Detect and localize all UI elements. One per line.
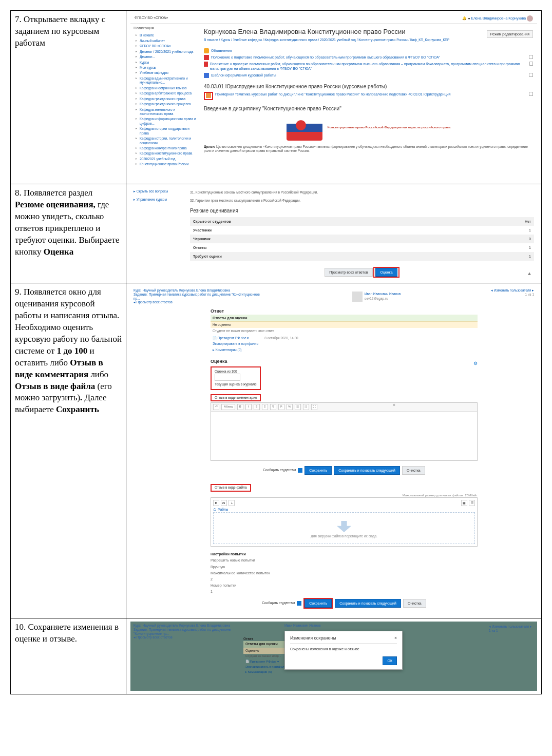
comments-toggle[interactable]: ▸ Комментарии (0) xyxy=(211,346,478,354)
nav-item[interactable]: В начале xyxy=(136,33,197,38)
breadcrumb[interactable]: В начале / Курсы / Учебные кафедры / Каф… xyxy=(204,37,533,42)
view-grid-icon[interactable]: ▦ xyxy=(461,500,467,506)
nav-item[interactable]: ФГБОУ ВО «СГЮА» xyxy=(136,44,197,49)
attempt-value: 2 xyxy=(211,577,478,581)
toolbar-button[interactable]: % xyxy=(287,404,293,410)
nav-item[interactable]: Кафедра гражданского права xyxy=(136,96,197,102)
download-icon[interactable]: ⤓ xyxy=(229,500,235,506)
dropzone[interactable]: Для загрузки файлов перетащите их сюда. xyxy=(213,512,475,544)
nav-item[interactable]: Учебные кафедры xyxy=(136,70,197,75)
save-next-button[interactable]: Сохранить и показать следующий xyxy=(334,466,400,475)
reset-button[interactable]: Очистка xyxy=(403,599,426,608)
save-button[interactable]: Сохранить xyxy=(304,466,332,475)
toolbar-button[interactable]: ≡ xyxy=(262,404,268,410)
answer-status-bar: Ответы для оценки xyxy=(211,315,478,321)
ok-button[interactable]: ОК xyxy=(383,656,397,665)
toolbar-button[interactable]: ≡ xyxy=(254,404,260,410)
folder-icon[interactable]: 🗀 xyxy=(221,500,227,506)
nav-item[interactable]: Мои курсы xyxy=(136,65,197,70)
nav-item[interactable]: Кафедра земельного и экологического прав… xyxy=(136,107,197,117)
nav-item[interactable]: Кафедра арбитражного процесса xyxy=(136,91,197,96)
edit-mode-button[interactable]: Режим редактирования xyxy=(487,30,533,38)
toolbar-button[interactable]: ☷ xyxy=(303,404,309,410)
grade-heading: Оценка xyxy=(211,359,478,365)
sidebar-link[interactable]: ▸ Скрыть все вопросы xyxy=(134,189,168,193)
gear-icon[interactable]: ⚙ xyxy=(473,361,478,367)
close-icon[interactable]: × xyxy=(394,635,397,641)
topbar-user[interactable]: 🔔 ● Елена Владимировна Корнукова xyxy=(462,15,533,22)
close-icon[interactable]: × xyxy=(393,402,395,409)
toolbar-button[interactable]: Абзац xyxy=(221,404,235,410)
view-list-icon[interactable]: ☰ xyxy=(469,500,475,506)
summary-table: Скрыто от студентовНетУчастники1Черновик… xyxy=(190,217,534,261)
submitted-file[interactable]: 📄 Президент РФ.doc ▾ xyxy=(213,336,249,340)
nav-item[interactable]: Личный кабинет xyxy=(136,38,197,44)
export-link[interactable]: Экспортировать в портфолио xyxy=(211,342,478,346)
checkbox[interactable] xyxy=(529,73,533,77)
modal-body: Сохранены изменения в оценке и отзыве xyxy=(290,647,397,651)
resource-link[interactable]: Шаблон оформления курсовой работы xyxy=(211,73,276,77)
nav-item[interactable]: 2020/2021 учебный год xyxy=(136,157,197,162)
assignment-link[interactable]: Примерная тематика курсовых работ по дис… xyxy=(215,92,450,96)
toolbar-button[interactable]: I xyxy=(245,404,252,410)
scroll-up-icon[interactable]: ▲ xyxy=(527,270,532,277)
org-name: ФГБОУ ВО «СГЮА» xyxy=(135,15,168,22)
file-picker[interactable]: 🗎 🗀 ⤓ ▦ ☰ 🗀 Файлы Для загрузки файлов пе… xyxy=(211,497,478,547)
toolbar-button[interactable]: ⎘ xyxy=(278,404,284,410)
nav-item[interactable]: Деканат... xyxy=(136,54,197,60)
summary-row: Скрыто от студентовНет xyxy=(190,217,534,226)
screenshot-step9: Курс: Научный руководитель Корнукова Еле… xyxy=(130,286,537,615)
file-max: Максимальный размер для новых файлов: 20… xyxy=(211,494,478,498)
nav-item[interactable]: Кафедра гражданского процесса xyxy=(136,102,197,107)
reset-button[interactable]: Очистка xyxy=(402,466,425,475)
nav-item[interactable]: Курсы xyxy=(136,60,197,65)
step8-instruction: 8. Появляется раздел Резюме оценивания, … xyxy=(11,184,126,283)
save-next-button[interactable]: Сохранить и показать следующий xyxy=(335,599,401,608)
toolbar-button[interactable]: ↶ xyxy=(213,404,219,410)
highlight-box: Оценка xyxy=(373,267,399,278)
counter: 1 из 1 xyxy=(491,293,534,297)
section-heading: Введение в дисциплину "Конституционное п… xyxy=(204,105,533,112)
nav-item[interactable]: Кафедра истории государства и права xyxy=(136,126,197,136)
nav-item[interactable]: Кафедра истории, политологии и социологи… xyxy=(136,136,197,146)
screenshot-step8: ▸ Скрыть все вопросы ▸ Управление курсом… xyxy=(130,187,537,280)
resource-link[interactable]: Положение о проверке письменных работ, о… xyxy=(210,62,528,71)
sidebar-link[interactable]: ▸ Управление курсом xyxy=(134,198,168,202)
rich-text-editor[interactable]: ↶АбзацBI≡≡¶⎘%☰☷⛶ xyxy=(211,402,478,461)
nav-item[interactable]: Кафедра информационного права и цифров..… xyxy=(136,117,197,126)
change-user-link[interactable]: ◂ Изменить пользователя ▸ xyxy=(491,288,534,293)
view-all-button[interactable]: Просмотр всех ответов xyxy=(325,268,372,277)
toolbar-button[interactable]: ¶ xyxy=(270,404,276,410)
nav-item[interactable]: Конституционное право России xyxy=(136,162,197,167)
answer-note: Студент не может исправить этот ответ xyxy=(211,328,478,334)
nav-item[interactable]: Кафедра иностранных языков xyxy=(136,86,197,91)
forum-link[interactable]: Объявления xyxy=(211,48,232,53)
checkbox[interactable] xyxy=(529,55,533,59)
toolbar-button[interactable]: ☰ xyxy=(295,404,301,410)
topic-item: 32. Гарантии прав местного самоуправлени… xyxy=(190,199,534,203)
save-button[interactable]: Сохранить xyxy=(304,599,332,608)
grade-input[interactable] xyxy=(215,374,240,381)
checkbox[interactable] xyxy=(529,92,533,96)
context-header: Курс: Научный руководитель Корнукова Еле… xyxy=(134,288,262,304)
toolbar-button[interactable]: B xyxy=(237,404,243,410)
editor-textarea[interactable] xyxy=(211,412,477,460)
grade-button[interactable]: Оценка xyxy=(375,268,397,277)
resource-link[interactable]: Положение о подготовке письменных работ,… xyxy=(211,55,440,60)
notify-checkbox[interactable] xyxy=(298,468,302,473)
files-tab[interactable]: 🗀 Файлы xyxy=(213,508,475,512)
nav-item[interactable]: Кафедра конкурентного права xyxy=(136,146,197,151)
student-name[interactable]: Иван Иванович Иванов xyxy=(365,292,401,296)
nav-item[interactable]: Кафедра административного и муниципально… xyxy=(136,76,197,86)
checkbox[interactable] xyxy=(529,62,533,66)
file-add-icon[interactable]: 🗎 xyxy=(213,500,219,506)
nav-item[interactable]: Кафедра конституционного права xyxy=(136,151,197,156)
step9-instruction: 9. Появляется окно для оценивания курсов… xyxy=(11,283,126,618)
attempt-row: Максимальное количество попыток xyxy=(211,571,478,575)
toolbar-button[interactable]: ⛶ xyxy=(311,404,317,410)
notify-checkbox[interactable] xyxy=(297,601,301,606)
doc-icon xyxy=(204,73,209,78)
nav-item[interactable]: Деканат / 2020/2021 учебного года xyxy=(136,49,197,54)
summary-row: Черновик0 xyxy=(190,235,534,243)
summary-row: Участники1 xyxy=(190,226,534,235)
